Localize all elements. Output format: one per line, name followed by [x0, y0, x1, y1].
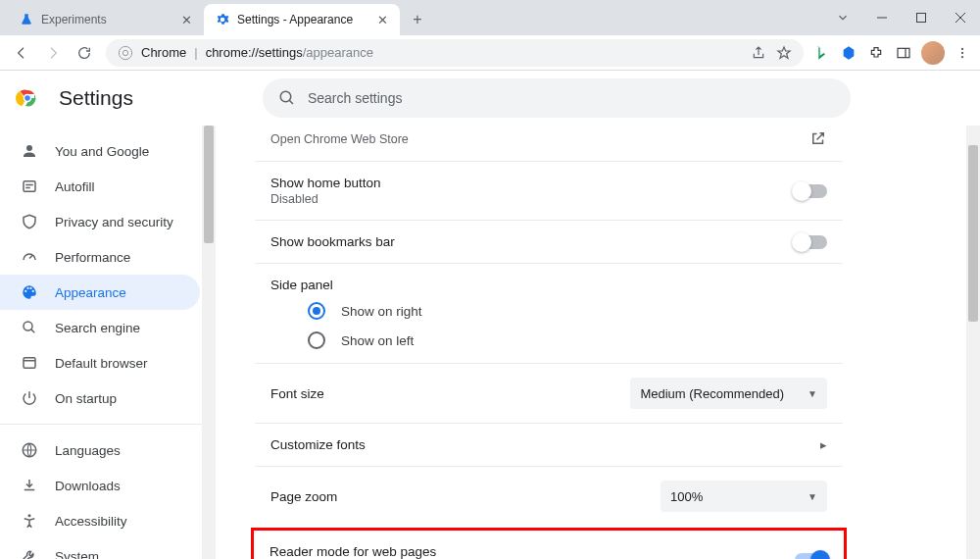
- speedometer-icon: [20, 247, 39, 267]
- radio-icon: [308, 331, 325, 349]
- side-panel-icon[interactable]: [894, 43, 913, 63]
- chrome-logo-icon: [16, 86, 39, 110]
- row-side-panel-header: Side panel: [255, 263, 843, 296]
- browser-toolbar: Chrome | chrome://settings/appearance: [0, 35, 980, 71]
- row-theme[interactable]: Open Chrome Web Store: [255, 126, 843, 161]
- external-link-icon: [809, 129, 827, 147]
- gear-icon: [216, 13, 229, 26]
- row-bookmarks-bar: Show bookmarks bar: [255, 220, 843, 263]
- chevron-down-icon: ▼: [808, 491, 817, 502]
- search-icon: [20, 318, 39, 337]
- svg-point-5: [961, 51, 963, 53]
- svg-point-10: [280, 91, 291, 102]
- sidebar-item-appearance[interactable]: Appearance: [0, 275, 200, 310]
- sidebar-item-downloads[interactable]: Downloads: [0, 468, 200, 503]
- svg-rect-11: [24, 181, 35, 192]
- row-page-zoom: Page zoom 100%▼: [255, 466, 843, 526]
- svg-rect-13: [24, 358, 35, 369]
- page-title: Settings: [59, 86, 133, 110]
- tab-experiments[interactable]: Experiments ✕: [8, 4, 204, 35]
- globe-icon: [20, 440, 39, 460]
- person-icon: [20, 141, 39, 161]
- idm-icon[interactable]: [839, 43, 858, 63]
- sidebar-item-autofill[interactable]: Autofill: [0, 169, 200, 204]
- sidebar-item-system[interactable]: System: [0, 538, 200, 559]
- svg-rect-0: [917, 14, 926, 23]
- settings-content: Open Chrome Web Store Show home button D…: [216, 126, 980, 559]
- svg-point-4: [961, 47, 963, 49]
- highlight-reader-mode: Reader mode for web pages Offer to show …: [251, 528, 847, 559]
- select-page-zoom[interactable]: 100%▼: [661, 481, 827, 512]
- bookmark-star-icon[interactable]: [776, 45, 792, 61]
- bing-icon[interactable]: [811, 43, 831, 63]
- content-scrollbar[interactable]: [966, 126, 980, 559]
- chrome-icon: [118, 45, 133, 61]
- radio-icon: [308, 302, 325, 320]
- tab-settings[interactable]: Settings - Appearance ✕: [204, 4, 400, 35]
- settings-sidebar: You and Google Autofill Privacy and secu…: [0, 126, 216, 559]
- sidebar-item-default-browser[interactable]: Default browser: [0, 345, 200, 381]
- search-icon: [278, 89, 296, 107]
- profile-avatar[interactable]: [921, 41, 945, 65]
- sidebar-scrollbar[interactable]: [202, 126, 216, 559]
- close-window-button[interactable]: [941, 4, 980, 31]
- new-tab-button[interactable]: +: [404, 6, 431, 33]
- tab-title: Settings - Appearance: [237, 13, 367, 26]
- radio-show-left[interactable]: Show on left: [255, 326, 843, 363]
- sidebar-item-search[interactable]: Search engine: [0, 310, 200, 345]
- svg-rect-3: [898, 48, 909, 57]
- search-settings-input[interactable]: Search settings: [263, 78, 851, 118]
- sidebar-item-you-google[interactable]: You and Google: [0, 133, 200, 169]
- wrench-icon: [20, 546, 39, 559]
- menu-dots-icon[interactable]: [953, 43, 972, 63]
- svg-point-2: [122, 50, 127, 55]
- browser-icon: [20, 353, 39, 373]
- palette-icon: [20, 282, 39, 302]
- back-button[interactable]: [8, 39, 35, 67]
- toggle-home-button[interactable]: [794, 184, 827, 198]
- row-home-button: Show home button Disabled: [255, 161, 843, 220]
- svg-point-1: [119, 46, 131, 59]
- minimize-button[interactable]: [862, 4, 902, 31]
- toggle-reader-mode[interactable]: [795, 553, 828, 560]
- shield-icon: [20, 212, 39, 231]
- forward-button[interactable]: [39, 39, 67, 67]
- settings-header: Settings Search settings: [0, 71, 980, 126]
- url-prefix: Chrome: [141, 45, 186, 60]
- tab-search-chevron[interactable]: [823, 4, 862, 31]
- autofill-icon: [20, 177, 39, 196]
- sidebar-item-privacy[interactable]: Privacy and security: [0, 204, 200, 239]
- sidebar-item-languages[interactable]: Languages: [0, 432, 200, 468]
- url-host: chrome://settings/appearance: [206, 45, 373, 60]
- row-customize-fonts[interactable]: Customize fonts ▸: [255, 423, 843, 466]
- svg-point-15: [28, 514, 31, 517]
- sidebar-divider: [0, 424, 216, 425]
- sidebar-item-accessibility[interactable]: Accessibility: [0, 503, 200, 538]
- download-icon: [20, 476, 39, 495]
- window-controls: [823, 0, 980, 35]
- sidebar-item-performance[interactable]: Performance: [0, 239, 200, 275]
- share-icon[interactable]: [751, 45, 766, 61]
- close-icon[interactable]: ✕: [374, 12, 390, 27]
- accessibility-icon: [20, 511, 39, 531]
- row-font-size: Font size Medium (Recommended)▼: [255, 363, 843, 423]
- power-icon: [20, 388, 39, 408]
- row-reader-mode: Reader mode for web pages Offer to show …: [254, 531, 844, 559]
- address-bar[interactable]: Chrome | chrome://settings/appearance: [106, 39, 804, 67]
- chevron-right-icon: ▸: [820, 437, 827, 452]
- toggle-bookmarks-bar[interactable]: [794, 235, 827, 249]
- close-icon[interactable]: ✕: [178, 12, 194, 27]
- extensions-puzzle-icon[interactable]: [866, 43, 886, 63]
- browser-tabstrip: Experiments ✕ Settings - Appearance ✕ +: [0, 0, 980, 35]
- reload-button[interactable]: [71, 39, 98, 67]
- select-font-size[interactable]: Medium (Recommended)▼: [630, 378, 827, 409]
- flask-icon: [20, 13, 33, 26]
- sidebar-item-startup[interactable]: On startup: [0, 381, 200, 416]
- tab-title: Experiments: [41, 13, 171, 26]
- chevron-down-icon: ▼: [808, 388, 817, 399]
- radio-show-right[interactable]: Show on right: [255, 296, 843, 326]
- maximize-button[interactable]: [902, 4, 941, 31]
- svg-point-6: [961, 55, 963, 57]
- search-placeholder: Search settings: [308, 90, 403, 106]
- extension-icons: [811, 41, 972, 65]
